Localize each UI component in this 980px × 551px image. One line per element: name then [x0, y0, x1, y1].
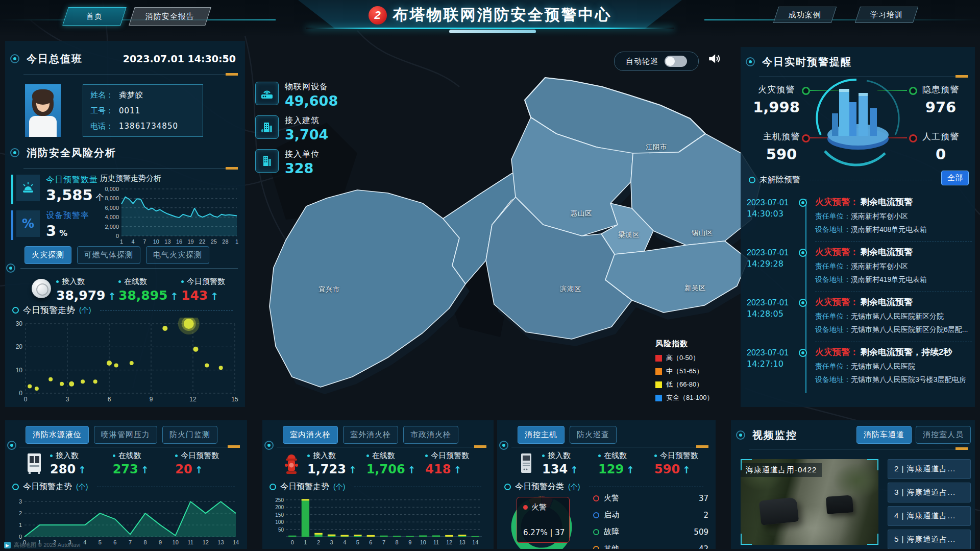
svg-text:9: 9: [408, 539, 411, 545]
svg-text:9: 9: [159, 539, 162, 545]
map-watermark: ▶ 高德地图 © 2023 AutoNavi: [4, 541, 80, 549]
auto-patrol-toggle[interactable]: [665, 56, 687, 67]
tab-fire-door[interactable]: 防火门监测: [162, 426, 217, 444]
svg-text:10: 10: [173, 539, 179, 545]
dash-line: [354, 487, 481, 487]
section-bullet-icon: [746, 57, 755, 66]
channel-list-item[interactable]: 3 | 海康通道占...: [888, 483, 971, 502]
tab-water-level[interactable]: 消防水源液位: [26, 426, 89, 444]
tab-home[interactable]: 首页: [62, 7, 127, 26]
ring-bullet-icon: [12, 484, 19, 490]
tab-home-label: 首页: [86, 12, 103, 21]
video-vehicle: [759, 497, 799, 525]
dash-line: [97, 487, 235, 487]
map-provider-text: 高德地图 © 2023 AutoNavi: [14, 541, 80, 549]
unit-building-icon: [255, 149, 279, 173]
svg-text:2: 2: [19, 510, 22, 516]
donut-legend-item: 火警37: [593, 490, 708, 507]
svg-text:50: 50: [278, 527, 284, 533]
legend-label: 其他: [604, 544, 619, 549]
today-alarm-count-card: 今日预警数量 3,585个: [11, 175, 104, 204]
duty-officer-photo: [25, 84, 61, 137]
tab-electric-detection[interactable]: 电气火灾探测: [146, 246, 209, 264]
legend-dot-icon: [593, 512, 599, 518]
tab-indoor-hydrant[interactable]: 室内消火栓: [283, 426, 338, 444]
water-access-stat: 接入数 280↑: [50, 451, 113, 476]
tab-success-cases[interactable]: 成功案例: [773, 7, 837, 23]
water-online-stat: 在线数 273↑: [113, 451, 176, 476]
up-arrow-icon: ↑: [108, 291, 116, 302]
today-alarm-count-label: 今日预警数量: [46, 175, 104, 185]
duty-fields: 姓名：龚梦皎 工号：0011 电话：13861734850: [83, 84, 203, 137]
legend-dot-icon: [593, 495, 599, 501]
tab-fire-detection[interactable]: 火灾探测: [24, 246, 71, 264]
donut-tooltip: 火警 6.27% | 37: [517, 497, 570, 543]
ring-bullet-icon: [12, 307, 19, 314]
tab-gas-detection[interactable]: 可燃气体探测: [77, 246, 140, 264]
tab-safety-report-label: 消防安全报告: [145, 12, 194, 21]
left-panel: 今日总值班 2023.07.01 14:30:50 姓名：龚梦皎 工号：0011…: [5, 41, 245, 407]
tab-training[interactable]: 学习培训: [855, 7, 918, 23]
tab-safety-report[interactable]: 消防安全报告: [129, 7, 211, 26]
channel-list-item[interactable]: 4 | 海康通道占...: [888, 506, 971, 526]
alert-item[interactable]: 2023-07-0114:28:05火灾预警：剩余电流预警责任单位：无锡市第八人…: [815, 292, 972, 342]
alert-item[interactable]: 2023-07-0114:29:28火灾预警：剩余电流预警责任单位：溪南新村军创…: [815, 242, 972, 292]
legend-dot-icon: [593, 546, 599, 549]
field-value-id: 0011: [119, 105, 140, 116]
tab-training-label: 学习培训: [870, 10, 903, 20]
connector-dot-red: [802, 134, 810, 142]
tooltip-dot: [523, 505, 528, 510]
host-access-stat: 接入数 134↑: [542, 451, 598, 476]
alert-item[interactable]: 2023-07-0114:27:10火灾预警：剩余电流预警，持续2秒责任单位：无…: [815, 342, 972, 392]
legend-dot-icon: [593, 529, 599, 535]
alert-unit: 责任单位：无锡市第八人民医院新区分院: [815, 312, 970, 321]
history-trend-chart: 02,0004,0006,0008,0000,00014710131619222…: [99, 185, 241, 245]
tooltip-value: 6.27% | 37: [523, 528, 565, 537]
donut-legend-item: 启动2: [593, 507, 708, 523]
legend-square-icon: [655, 355, 662, 362]
risk-legend-title: 风险指数: [655, 339, 713, 349]
alert-unit: 责任单位：溪南新村军创小区: [815, 212, 970, 221]
district-label: 滨湖区: [560, 284, 581, 294]
tab-label: 消防水源液位: [33, 430, 82, 440]
svg-text:10: 10: [16, 367, 23, 374]
dash-line: [589, 487, 703, 487]
tab-municipal-hydrant[interactable]: 市政消火栓: [403, 426, 458, 444]
hydrant-icon: [276, 452, 307, 475]
svg-text:250: 250: [275, 497, 284, 503]
tab-control-room-staff[interactable]: 消控室人员: [916, 426, 971, 444]
alert-time: 2023-07-0114:29:28: [747, 247, 798, 269]
tab-fire-patrol[interactable]: 防火巡查: [570, 426, 617, 444]
tab-label: 消控主机: [525, 430, 557, 440]
all-alerts-button[interactable]: 全部: [941, 171, 969, 185]
svg-text:2,000: 2,000: [105, 224, 119, 230]
svg-text:3: 3: [66, 396, 69, 403]
water-trend-chart: 012301234567891011121314: [9, 493, 240, 546]
svg-text:11: 11: [433, 539, 439, 545]
field-value-name: 龚梦皎: [119, 89, 143, 101]
alert-title: 火灾预警：剩余电流预警: [815, 246, 970, 258]
hazard-alert-stat: 隐患预警976: [916, 84, 965, 116]
speaker-icon[interactable]: [707, 52, 721, 67]
alert-item[interactable]: 2023-07-0114:30:03火灾预警：剩余电流预警责任单位：溪南新村军创…: [815, 192, 972, 242]
svg-text:1: 1: [120, 238, 123, 245]
svg-text:15: 15: [231, 396, 238, 403]
svg-text:5: 5: [99, 539, 102, 545]
timeline-node-icon: [799, 249, 807, 257]
orange-dash: [474, 445, 486, 448]
tab-sprinkler-pressure[interactable]: 喷淋管网压力: [94, 426, 157, 444]
tab-outdoor-hydrant[interactable]: 室外消火栓: [343, 426, 398, 444]
svg-text:150: 150: [275, 512, 284, 518]
hydrant-online-stat: 在线数 1,706↑: [366, 451, 426, 476]
tab-fire-lane[interactable]: 消防车通道: [856, 426, 912, 444]
fire-alert-stat: 火灾预警1,998: [752, 84, 801, 116]
channel-list-item[interactable]: 2 | 海康通道占...: [888, 459, 971, 479]
timeline-node-icon: [799, 299, 807, 307]
svg-text:9: 9: [150, 396, 153, 403]
tab-control-host[interactable]: 消控主机: [518, 426, 565, 444]
risk-legend-item: 高（0-50）: [655, 353, 713, 363]
video-feed[interactable]: 海康通道占用-0422: [741, 459, 878, 545]
svg-text:12: 12: [446, 539, 452, 545]
channel-list-item[interactable]: 5 | 海康通道占...: [888, 530, 971, 549]
svg-text:1: 1: [19, 522, 22, 528]
